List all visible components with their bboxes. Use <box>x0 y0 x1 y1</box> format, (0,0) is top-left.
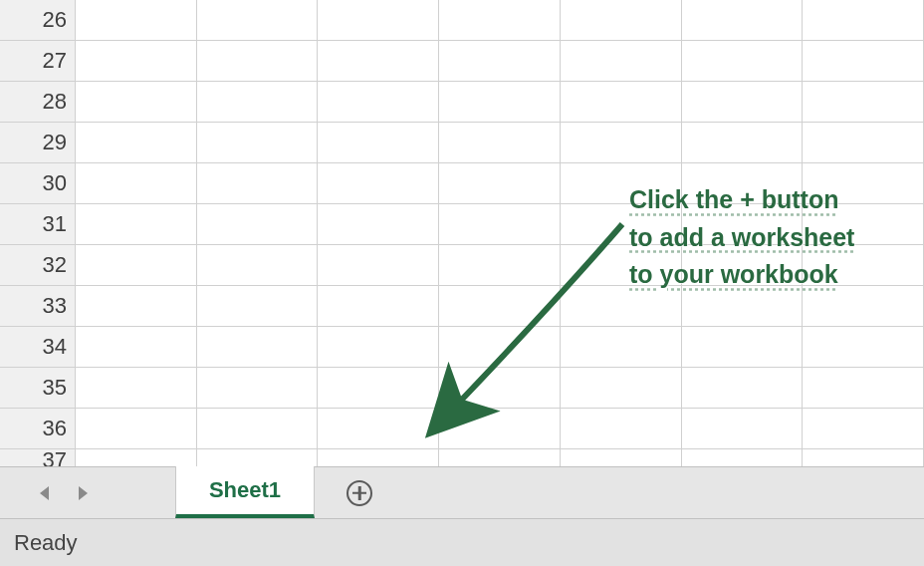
row-header[interactable]: 26 <box>0 0 76 41</box>
cell[interactable] <box>76 204 197 245</box>
cell[interactable] <box>682 82 804 123</box>
cell[interactable] <box>76 409 197 449</box>
cell[interactable] <box>439 409 561 449</box>
cell[interactable] <box>197 245 319 286</box>
cell[interactable] <box>76 286 197 327</box>
cell[interactable] <box>682 41 804 82</box>
cell-row <box>76 0 924 41</box>
cell[interactable] <box>197 286 319 327</box>
cell[interactable] <box>318 41 439 82</box>
cell[interactable] <box>76 0 197 41</box>
cell[interactable] <box>318 82 439 123</box>
row-header[interactable]: 30 <box>0 163 76 204</box>
cell[interactable] <box>561 0 682 41</box>
cell[interactable] <box>76 163 197 204</box>
row-header[interactable]: 36 <box>0 409 76 449</box>
cell[interactable] <box>76 368 197 409</box>
cell[interactable] <box>439 245 561 286</box>
cell[interactable] <box>197 368 319 409</box>
cell-row <box>76 409 924 449</box>
cell[interactable] <box>439 0 561 41</box>
row-header[interactable]: 35 <box>0 368 76 409</box>
cell-row <box>76 123 924 163</box>
cell[interactable] <box>76 123 197 163</box>
cell[interactable] <box>803 41 924 82</box>
cell[interactable] <box>439 327 561 368</box>
annotation-line: to add a worksheet <box>629 219 854 257</box>
cell[interactable] <box>197 41 319 82</box>
cell[interactable] <box>197 123 319 163</box>
cell-row <box>76 327 924 368</box>
plus-icon <box>346 480 372 506</box>
cell[interactable] <box>803 409 924 449</box>
row-header[interactable]: 32 <box>0 245 76 286</box>
cell[interactable] <box>318 0 439 41</box>
cell-row <box>76 368 924 409</box>
cell[interactable] <box>318 123 439 163</box>
cell[interactable] <box>76 82 197 123</box>
sheet-nav-prev-icon[interactable] <box>40 486 49 500</box>
cell[interactable] <box>803 82 924 123</box>
cell[interactable] <box>682 368 804 409</box>
cell[interactable] <box>561 82 682 123</box>
cell[interactable] <box>439 204 561 245</box>
cell[interactable] <box>803 327 924 368</box>
cell[interactable] <box>439 163 561 204</box>
sheet-tab-bar: Sheet1 <box>0 466 924 518</box>
status-bar: Ready <box>0 518 924 566</box>
row-header[interactable]: 34 <box>0 327 76 368</box>
cell[interactable] <box>76 245 197 286</box>
add-sheet-button[interactable] <box>315 467 404 518</box>
cell[interactable] <box>318 368 439 409</box>
sheet-tab-label: Sheet1 <box>209 477 281 503</box>
cell[interactable] <box>803 123 924 163</box>
row-header[interactable]: 27 <box>0 41 76 82</box>
cell[interactable] <box>318 327 439 368</box>
cell[interactable] <box>318 163 439 204</box>
annotation-line: Click the + button <box>629 181 854 219</box>
cell[interactable] <box>561 409 682 449</box>
row-header[interactable]: 31 <box>0 204 76 245</box>
cell[interactable] <box>682 409 804 449</box>
cell[interactable] <box>197 82 319 123</box>
cell[interactable] <box>76 327 197 368</box>
cell[interactable] <box>561 123 682 163</box>
cell[interactable] <box>803 368 924 409</box>
cell[interactable] <box>561 368 682 409</box>
cell[interactable] <box>803 0 924 41</box>
row-header[interactable]: 29 <box>0 123 76 163</box>
cell[interactable] <box>318 286 439 327</box>
row-header[interactable]: 28 <box>0 82 76 123</box>
cell[interactable] <box>197 0 319 41</box>
annotation-text: Click the + button to add a worksheet to… <box>629 181 854 294</box>
cell[interactable] <box>682 0 804 41</box>
cell[interactable] <box>197 409 319 449</box>
annotation-line: to your workbook <box>629 256 854 294</box>
sheet-nav-next-icon[interactable] <box>79 486 88 500</box>
sheet-tab-active[interactable]: Sheet1 <box>175 466 315 518</box>
status-text: Ready <box>14 530 78 556</box>
cell[interactable] <box>76 41 197 82</box>
row-headers: 262728293031323334353637 <box>0 0 76 472</box>
cell[interactable] <box>682 327 804 368</box>
cell[interactable] <box>197 327 319 368</box>
row-header[interactable]: 33 <box>0 286 76 327</box>
cell[interactable] <box>561 327 682 368</box>
cell[interactable] <box>439 286 561 327</box>
cell[interactable] <box>197 204 319 245</box>
cell[interactable] <box>561 41 682 82</box>
cell[interactable] <box>318 204 439 245</box>
cell[interactable] <box>439 41 561 82</box>
cell[interactable] <box>318 409 439 449</box>
cell[interactable] <box>197 163 319 204</box>
cell[interactable] <box>439 82 561 123</box>
cell-row <box>76 82 924 123</box>
cell[interactable] <box>682 123 804 163</box>
cell[interactable] <box>439 368 561 409</box>
cell[interactable] <box>439 123 561 163</box>
cell-row <box>76 41 924 82</box>
cell[interactable] <box>318 245 439 286</box>
sheet-nav-arrows <box>0 467 127 518</box>
